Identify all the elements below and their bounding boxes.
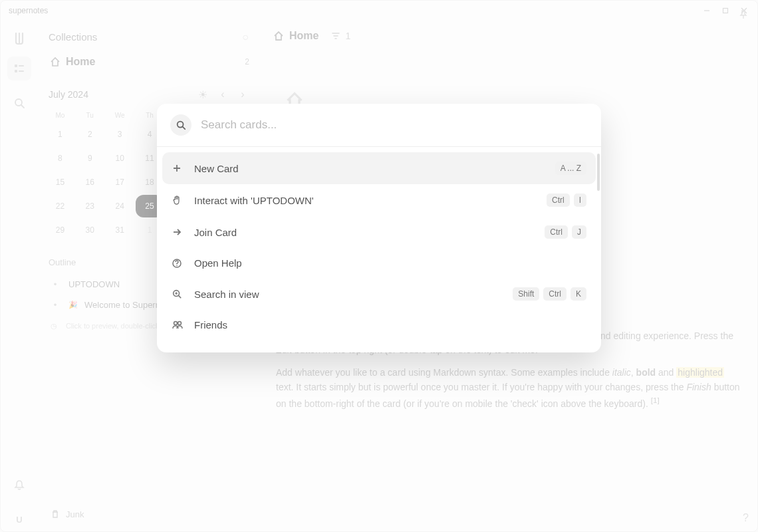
keyboard-shortcut: J — [572, 225, 586, 239]
keyboard-shortcut: K — [570, 287, 586, 301]
svg-point-16 — [176, 265, 178, 266]
svg-point-22 — [178, 321, 182, 325]
zoom-icon — [172, 289, 184, 299]
keyboard-shortcut: Shift — [513, 287, 539, 301]
palette-item-label: Friends — [194, 319, 576, 331]
palette-item-label: Search in view — [194, 289, 502, 300]
scrollbar-thumb[interactable] — [597, 154, 600, 191]
palette-item-search-in-view[interactable]: Search in viewShiftCtrlK — [162, 278, 596, 310]
palette-item-shortcuts: CtrlI — [547, 194, 586, 207]
keyboard-shortcut: A ... Z — [555, 162, 586, 175]
keyboard-shortcut: Ctrl — [547, 194, 570, 207]
keyboard-shortcut: Ctrl — [545, 225, 568, 239]
palette-search-row — [157, 104, 601, 147]
palette-item-label: Interact with 'UPTODOWN' — [194, 195, 536, 206]
palette-item-shortcuts: CtrlJ — [545, 225, 586, 239]
keyboard-shortcut: I — [574, 194, 586, 207]
help-icon — [172, 258, 184, 269]
palette-item-shortcuts: A ... Z — [555, 162, 586, 175]
plus-icon — [172, 163, 184, 174]
friends-icon — [172, 320, 184, 331]
modal-overlay[interactable]: New CardA ... ZInteract with 'UPTODOWN'C… — [0, 0, 758, 532]
palette-item-label: Open Help — [194, 257, 576, 269]
palette-item-friends[interactable]: Friends — [162, 310, 596, 340]
palette-item-label: Join Card — [194, 227, 534, 238]
palette-item-open-help[interactable]: Open Help — [162, 248, 596, 278]
command-palette: New CardA ... ZInteract with 'UPTODOWN'C… — [157, 104, 601, 352]
search-input[interactable] — [201, 118, 588, 132]
keyboard-shortcut: Ctrl — [543, 287, 567, 301]
palette-item-shortcuts: ShiftCtrlK — [513, 287, 586, 301]
hand-icon — [172, 195, 184, 205]
palette-list: New CardA ... ZInteract with 'UPTODOWN'C… — [157, 147, 601, 352]
svg-line-18 — [179, 296, 182, 299]
palette-item-interact-with-uptodown[interactable]: Interact with 'UPTODOWN'CtrlI — [162, 184, 596, 216]
palette-item-label: New Card — [194, 163, 545, 174]
palette-item-join-card[interactable]: Join CardCtrlJ — [162, 216, 596, 248]
search-icon — [170, 114, 191, 136]
palette-item-new-card[interactable]: New CardA ... Z — [162, 152, 596, 184]
svg-point-21 — [174, 321, 178, 325]
arrow-icon — [172, 227, 184, 237]
svg-line-11 — [183, 127, 186, 130]
